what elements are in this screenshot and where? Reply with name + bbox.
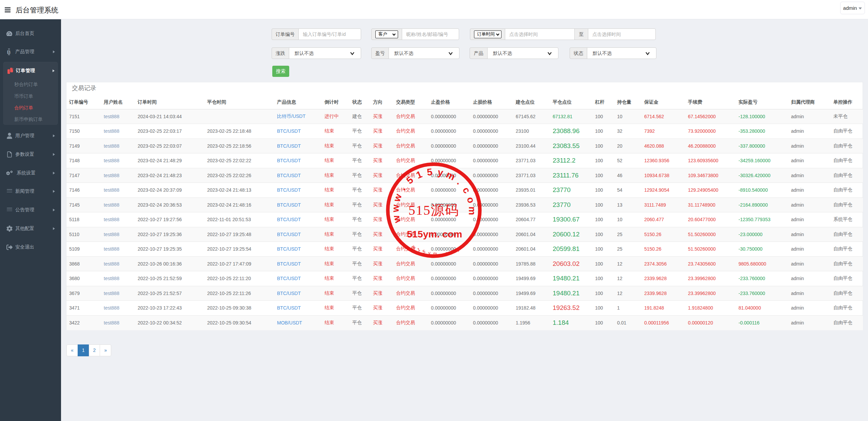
- svg-text:515源码: 515源码: [409, 203, 459, 218]
- svg-text:515ym. com: 515ym. com: [407, 229, 462, 239]
- svg-text:m: m: [467, 206, 478, 215]
- svg-text:o: o: [465, 196, 477, 204]
- svg-text:y: y: [437, 167, 444, 178]
- svg-text:.: .: [455, 177, 464, 187]
- svg-text:y: y: [428, 250, 431, 256]
- svg-text:c: c: [460, 185, 473, 195]
- svg-text:w: w: [391, 192, 404, 203]
- svg-text:5: 5: [426, 166, 433, 178]
- svg-text:.: .: [397, 184, 408, 192]
- svg-text:B: B: [7, 49, 11, 55]
- svg-text:w: w: [390, 204, 401, 212]
- svg-text:5: 5: [404, 174, 415, 186]
- svg-text:1: 1: [415, 169, 424, 181]
- svg-text:w: w: [390, 214, 403, 225]
- svg-text:m: m: [433, 251, 437, 256]
